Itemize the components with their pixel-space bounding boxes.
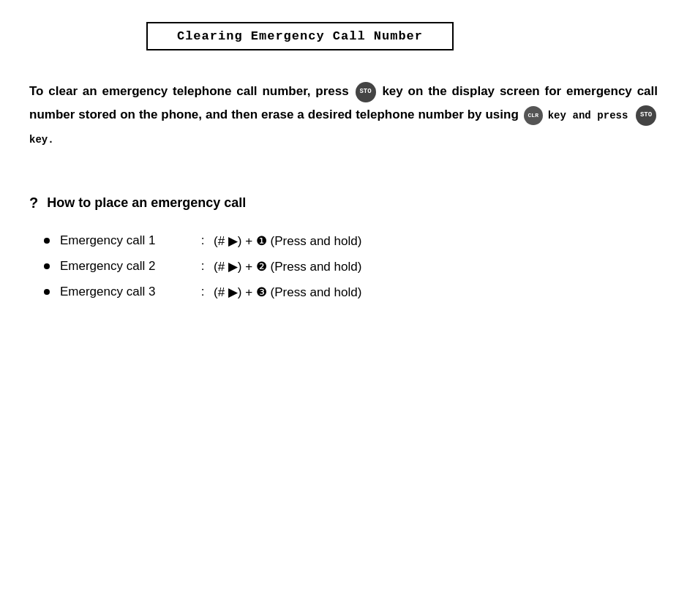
clr-key: CLR (524, 106, 543, 125)
section-question-text: How to place an emergency call (47, 195, 246, 211)
colon: : (192, 233, 214, 248)
call-combo: (# ▶) + ❸ (Press and hold) (214, 285, 361, 300)
title-box: Clearing Emergency Call Number (146, 22, 454, 50)
page-title: Clearing Emergency Call Number (177, 29, 423, 43)
colon: : (192, 259, 214, 274)
call-combo: (# ▶) + ❷ (Press and hold) (214, 259, 361, 274)
question-mark: ? (29, 195, 38, 211)
section-heading: ? How to place an emergency call (29, 195, 658, 211)
intro-part1: To clear an emergency telephone call num… (29, 84, 354, 98)
call-name: Emergency call 1 (60, 233, 192, 248)
bullet-icon (44, 238, 50, 244)
intro-paragraph: To clear an emergency telephone call num… (29, 80, 658, 151)
list-item: Emergency call 2:(# ▶) + ❷ (Press and ho… (44, 259, 658, 274)
sto-key-1: STO (356, 82, 376, 102)
sto-key-2: STO (636, 105, 656, 126)
call-name: Emergency call 2 (60, 259, 192, 274)
list-item: Emergency call 1:(# ▶) + ❶ (Press and ho… (44, 233, 658, 249)
colon: : (192, 285, 214, 299)
bullet-icon (44, 289, 50, 295)
call-name: Emergency call 3 (60, 285, 192, 299)
call-combo: (# ▶) + ❶ (Press and hold) (214, 233, 361, 249)
intro-part4: key. (29, 134, 54, 146)
emergency-call-list: Emergency call 1:(# ▶) + ❶ (Press and ho… (29, 233, 658, 300)
intro-part3: key and press (548, 110, 634, 121)
bullet-icon (44, 263, 50, 269)
page: Clearing Emergency Call Number To clear … (0, 0, 687, 616)
list-item: Emergency call 3:(# ▶) + ❸ (Press and ho… (44, 285, 658, 300)
